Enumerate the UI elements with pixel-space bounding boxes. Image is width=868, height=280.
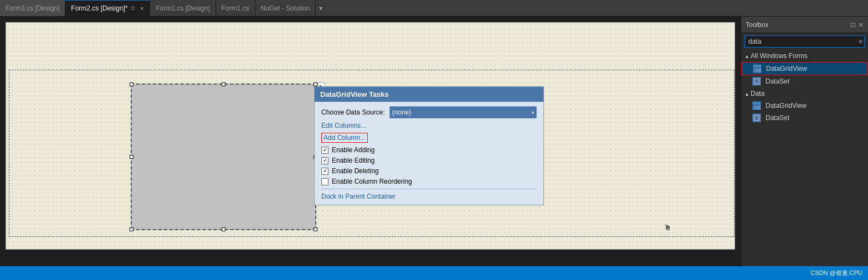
- enable-adding-checkbox[interactable]: [321, 147, 328, 154]
- form-surface: ▶ DataGridView Tasks Choose Data Source:…: [6, 22, 735, 250]
- data-source-label: Choose Data Source:: [321, 108, 385, 116]
- tab-form2[interactable]: Form2.cs [Design]* ⊡ ✕: [65, 0, 150, 16]
- data-source-value: (none): [392, 108, 412, 116]
- main-area: ▶ DataGridView Tasks Choose Data Source:…: [0, 17, 868, 266]
- data-source-row: Choose Data Source: (none) ▾: [321, 106, 537, 118]
- tasks-panel-body: Choose Data Source: (none) ▾ Edit Column…: [315, 102, 543, 205]
- toolbox-group-data-label: Data: [751, 90, 764, 97]
- edit-columns-link[interactable]: Edit Columns...: [321, 122, 537, 129]
- tab-bar: Form3.cs [Design] Form2.cs [Design]* ⊡ ✕…: [0, 0, 868, 17]
- toolbox-panel: Toolbox ⊡ ✕ ✕ ▴ All Windows Forms DataGr…: [741, 17, 868, 266]
- datagridview-icon: [753, 64, 762, 73]
- toolbox-item-label-datagridview-2: DataGridView: [766, 102, 807, 110]
- enable-column-reordering-row: Enable Column Reordering: [321, 178, 537, 185]
- enable-deleting-label: Enable Deleting: [332, 167, 379, 175]
- tab-form1design[interactable]: Form1.cs [Design]: [150, 0, 215, 16]
- toolbox-search-input[interactable]: [744, 35, 865, 48]
- toolbox-group-label: All Windows Forms: [751, 52, 808, 60]
- tasks-panel: DataGridView Tasks Choose Data Source: (…: [314, 86, 544, 205]
- enable-editing-checkbox[interactable]: [321, 157, 328, 164]
- enable-deleting-checkbox[interactable]: [321, 168, 328, 175]
- group-data-arrow-icon: ▴: [746, 91, 748, 97]
- toolbox-content: ▴ All Windows Forms DataGridView DataSet…: [741, 50, 868, 266]
- toolbox-group-all-windows-forms[interactable]: ▴ All Windows Forms: [741, 50, 868, 62]
- tab-form1-label: Form1.cs: [222, 4, 249, 12]
- toolbox-item-dataset-1[interactable]: DataSet: [741, 75, 868, 87]
- toolbox-pin-icon[interactable]: ⊡: [850, 21, 856, 29]
- handle-bottom-left[interactable]: [130, 227, 133, 231]
- toolbox-title: Toolbox: [746, 21, 768, 29]
- tab-form3[interactable]: Form3.cs [Design]: [0, 0, 65, 16]
- dock-link[interactable]: Dock in Parent Container: [321, 193, 396, 200]
- tab-nuget-label: NuGet - Solution: [261, 4, 310, 12]
- data-source-dropdown[interactable]: (none) ▾: [389, 106, 537, 118]
- tasks-separator: [321, 189, 537, 189]
- handle-bottom-middle[interactable]: [222, 227, 225, 231]
- datagridview-component[interactable]: ▶: [131, 84, 316, 230]
- tab-form1[interactable]: Form1.cs: [216, 0, 255, 16]
- toolbox-item-datagridview-1[interactable]: DataGridView: [741, 62, 868, 75]
- handle-top-left[interactable]: [130, 82, 133, 86]
- toolbox-close-icon[interactable]: ✕: [858, 21, 864, 29]
- tab-form2-close-icon[interactable]: ✕: [140, 6, 144, 12]
- toolbox-item-label-dataset-1: DataSet: [766, 77, 789, 85]
- group-arrow-icon: ▴: [746, 53, 748, 59]
- status-text: CSDN @俊童:CPU: [810, 269, 862, 277]
- toolbox-item-dataset-2[interactable]: DataSet: [741, 112, 868, 124]
- enable-column-reordering-label: Enable Column Reordering: [332, 178, 412, 185]
- enable-editing-row: Enable Editing: [321, 157, 537, 164]
- toolbox-search-container: ✕: [744, 35, 865, 48]
- tab-form3-label: Form3.cs [Design]: [6, 4, 59, 12]
- dataset-icon-2: [752, 113, 761, 122]
- dropdown-arrow-icon: ▾: [532, 110, 534, 115]
- tasks-panel-title: DataGridView Tasks: [320, 90, 389, 98]
- designer-area: ▶ DataGridView Tasks Choose Data Source:…: [0, 17, 741, 266]
- toolbox-group-data[interactable]: ▴ Data: [741, 87, 868, 100]
- toolbox-search-clear-icon[interactable]: ✕: [858, 38, 863, 45]
- enable-column-reordering-checkbox[interactable]: [321, 178, 328, 185]
- tasks-panel-header: DataGridView Tasks: [315, 87, 543, 102]
- toolbox-window-controls: ⊡ ✕: [850, 21, 864, 29]
- tab-overflow-icon: ▾: [319, 4, 322, 12]
- toolbox-header: Toolbox ⊡ ✕: [741, 17, 868, 33]
- handle-middle-left[interactable]: [130, 155, 133, 159]
- tab-form2-pin-icon: ⊡: [131, 6, 135, 11]
- add-column-link[interactable]: Add Column...: [321, 133, 368, 143]
- tab-form2-label: Form2.cs [Design]*: [71, 4, 127, 12]
- enable-adding-row: Enable Adding: [321, 146, 537, 154]
- toolbox-item-label-datagridview-1: DataGridView: [766, 65, 807, 72]
- tab-nuget[interactable]: NuGet - Solution: [255, 0, 316, 16]
- tab-form1design-label: Form1.cs [Design]: [156, 4, 209, 12]
- enable-editing-label: Enable Editing: [332, 157, 374, 164]
- toolbox-item-datagridview-2[interactable]: DataGridView: [741, 100, 868, 112]
- enable-deleting-row: Enable Deleting: [321, 167, 537, 175]
- status-bar: CSDN @俊童:CPU: [0, 266, 868, 280]
- datagridview-icon-2: [752, 101, 761, 110]
- dataset-icon-1: [752, 77, 761, 86]
- handle-top-middle[interactable]: [222, 82, 225, 86]
- enable-adding-label: Enable Adding: [332, 146, 374, 154]
- handle-bottom-right[interactable]: [314, 227, 317, 231]
- toolbox-item-label-dataset-2: DataSet: [766, 114, 789, 122]
- tab-overflow-button[interactable]: ▾: [316, 0, 326, 16]
- handle-top-right[interactable]: [314, 82, 317, 86]
